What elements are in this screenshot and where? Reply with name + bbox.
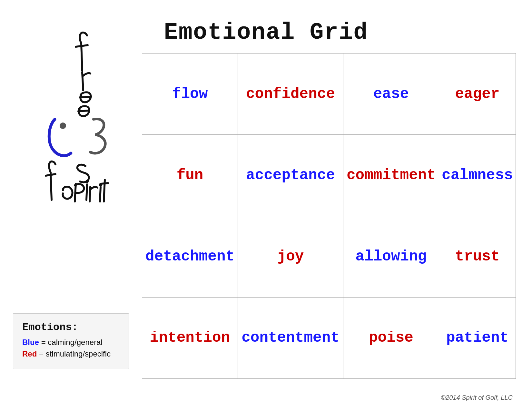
legend-blue-desc: = calming/general — [39, 338, 103, 347]
grid-cell-1-0: fun — [142, 135, 238, 216]
table-row: flowconfidenceeaseeager — [142, 54, 516, 135]
grid-cell-2-0: detachment — [142, 216, 238, 297]
grid-cell-2-2: allowing — [343, 216, 439, 297]
grid-cell-3-0: intention — [142, 297, 238, 378]
grid-cell-2-3: trust — [439, 216, 516, 297]
legend-red-desc: = stimulating/specific — [37, 349, 111, 358]
grid-cell-3-2: poise — [343, 297, 439, 378]
grid-cell-1-2: commitment — [343, 135, 439, 216]
logo-area — [13, 19, 135, 219]
svg-point-0 — [60, 122, 66, 129]
legend-blue-label: Blue — [22, 338, 39, 347]
grid-cell-0-0: flow — [142, 54, 238, 135]
grid-cell-0-2: ease — [343, 54, 439, 135]
grid-cell-2-1: joy — [238, 216, 343, 297]
legend-red-item: Red = stimulating/specific — [22, 349, 120, 358]
grid-cell-1-3: calmness — [439, 135, 516, 216]
table-row: intentioncontentmentpoisepatient — [142, 297, 516, 378]
grid-cell-1-1: acceptance — [238, 135, 343, 216]
grid-table: flowconfidenceeaseeagerfunacceptancecomm… — [142, 53, 516, 379]
grid-cell-0-3: eager — [439, 54, 516, 135]
copyright: ©2014 Spirit of Golf, LLC — [441, 394, 513, 401]
emotional-grid: flowconfidenceeaseeagerfunacceptancecomm… — [142, 53, 516, 379]
svg-point-1 — [85, 180, 89, 183]
table-row: detachmentjoyallowingtrust — [142, 216, 516, 297]
grid-cell-3-1: contentment — [238, 297, 343, 378]
grid-cell-3-3: patient — [439, 297, 516, 378]
grid-cell-0-1: confidence — [238, 54, 343, 135]
legend-red-label: Red — [22, 349, 37, 358]
legend-box: Emotions: Blue = calming/general Red = s… — [13, 313, 129, 369]
legend-title: Emotions: — [22, 321, 120, 333]
legend-blue-item: Blue = calming/general — [22, 338, 120, 347]
table-row: funacceptancecommitmentcalmness — [142, 135, 516, 216]
